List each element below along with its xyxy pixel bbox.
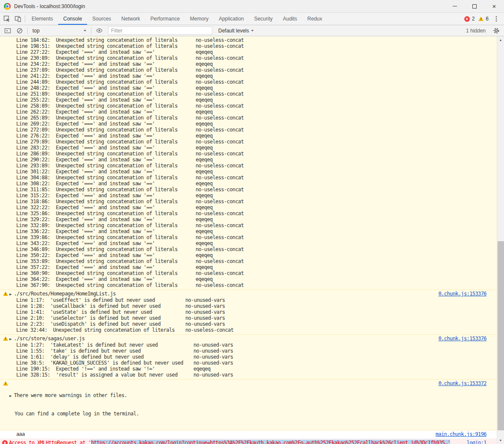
console-log-entry[interactable]: main.chunk.js:9196 aaa bbox=[0, 430, 497, 439]
console-warning-entry[interactable]: Line 184:62: Unexpected string concatena… bbox=[0, 36, 497, 290]
source-link[interactable]: 0.chunk.js:153376 bbox=[438, 336, 486, 342]
tab-audits[interactable]: Audits bbox=[278, 13, 302, 25]
tab-console[interactable]: Console bbox=[58, 13, 87, 25]
context-selector[interactable]: top bbox=[30, 28, 89, 34]
lint-rule: eqeqeq bbox=[196, 240, 213, 246]
console-warning-entry[interactable]: 0.chunk.js:153376▶./src/Routes/Homepage/… bbox=[0, 290, 497, 335]
warning-icon bbox=[3, 336, 8, 341]
lint-rule: eqeqeq bbox=[196, 85, 213, 91]
lint-rule: no-useless-concat bbox=[196, 139, 244, 145]
source-link[interactable]: 0.chunk.js:153376 bbox=[438, 291, 486, 297]
lint-rule: eqeqeq bbox=[196, 73, 213, 79]
lint-message: Line 332:89: Unexpected string concatena… bbox=[16, 222, 196, 228]
lint-warning-line: Line 290:22: Expected '===' and instead … bbox=[3, 157, 486, 163]
warning-badge-icon[interactable] bbox=[478, 17, 483, 21]
error-count[interactable]: 2 bbox=[472, 16, 475, 22]
lint-warning-line: Line 32:44: Unexpected string concatenat… bbox=[3, 327, 486, 333]
cors-error-message: Access to XMLHttpRequest at 'https://acc… bbox=[9, 440, 473, 444]
error-url-link[interactable]: https://accounts.kakao.com/login?continu… bbox=[91, 440, 448, 444]
error-badge-icon[interactable]: × bbox=[464, 16, 470, 22]
lint-message: Line 301:22: Expected '===' and instead … bbox=[16, 169, 196, 175]
device-toolbar-button[interactable] bbox=[12, 14, 23, 24]
lint-warning-line: Line 272:89: Unexpected string concatena… bbox=[3, 127, 486, 133]
lint-message: Line 350:22: Expected '===' and instead … bbox=[16, 252, 196, 258]
lint-warning-line: Line 339:86: Unexpected string concatena… bbox=[3, 234, 486, 240]
lint-message: Line 1:61: 'delay' is defined but never … bbox=[16, 354, 193, 360]
live-expression-button[interactable] bbox=[94, 26, 105, 36]
clear-console-button[interactable] bbox=[14, 26, 25, 36]
console-error-entry[interactable]: login:1 × Access to XMLHttpRequest at 'h… bbox=[0, 439, 497, 444]
lint-rule: eqeqeq bbox=[196, 121, 213, 127]
warning-count[interactable]: 6 bbox=[486, 16, 489, 22]
tab-memory[interactable]: Memory bbox=[185, 13, 214, 25]
filter-input[interactable] bbox=[108, 26, 212, 35]
lint-rule: no-useless-concat bbox=[196, 222, 244, 228]
expand-arrow-icon[interactable]: ▶ bbox=[9, 292, 12, 296]
log-levels-dropdown[interactable]: Default levels bbox=[216, 28, 256, 34]
scroll-down-button[interactable]: ▼ bbox=[497, 437, 504, 444]
tab-security[interactable]: Security bbox=[249, 13, 278, 25]
settings-button[interactable] bbox=[491, 26, 502, 36]
tab-elements[interactable]: Elements bbox=[26, 13, 58, 25]
lint-message: Line 262:22: Expected '===' and instead … bbox=[16, 109, 196, 115]
expand-arrow-icon[interactable]: ▶ bbox=[9, 337, 12, 341]
lint-warning-line: Line 336:22: Expected '===' and instead … bbox=[3, 228, 486, 234]
source-link[interactable]: main.chunk.js:9196 bbox=[436, 431, 486, 437]
tab-network[interactable]: Network bbox=[116, 13, 145, 25]
lint-rule: no-unused-vars bbox=[193, 354, 233, 360]
lint-message: Line 234:22: Expected '===' and instead … bbox=[16, 61, 196, 67]
warning-group-header[interactable]: ▶./src/store/sagas/user.js bbox=[3, 336, 486, 342]
lint-rule: no-useless-concat bbox=[196, 37, 244, 43]
lint-message: Line 357:22: Expected '===' and instead … bbox=[16, 264, 196, 270]
tab-performance[interactable]: Performance bbox=[145, 13, 185, 25]
log-text: aaa bbox=[3, 431, 486, 437]
scrollbar-thumb[interactable] bbox=[498, 241, 504, 430]
tab-application[interactable]: Application bbox=[214, 13, 249, 25]
lint-warning-line: Line 255:22: Expected '===' and instead … bbox=[3, 97, 486, 103]
lint-rule: no-useless-concat bbox=[196, 127, 244, 133]
lint-message: Line 346:89: Unexpected string concatena… bbox=[16, 246, 196, 252]
source-link[interactable]: 0.chunk.js:153372 bbox=[438, 380, 486, 386]
lint-message: Line 329:22: Expected '===' and instead … bbox=[16, 216, 196, 222]
lint-message: Line 336:22: Expected '===' and instead … bbox=[16, 228, 196, 234]
lint-rule: eqeqeq bbox=[196, 97, 213, 103]
close-icon: × bbox=[492, 3, 496, 9]
tab-redux[interactable]: Redux bbox=[302, 13, 328, 25]
lint-message: Line 251:89: Unexpected string concatena… bbox=[16, 91, 196, 97]
lint-rule: no-useless-concat bbox=[196, 246, 244, 252]
window-title: DevTools - localhost:3000/login bbox=[14, 3, 85, 9]
lint-rule: eqeqeq bbox=[196, 216, 213, 222]
lint-warning-line: Line 251:89: Unexpected string concatena… bbox=[3, 91, 486, 97]
lint-warning-line: Line 227:22: Expected '===' and instead … bbox=[3, 49, 486, 55]
scroll-up-button[interactable]: ▲ bbox=[497, 36, 504, 44]
lint-warning-line: Line 1:27: 'takeLatest' is defined but n… bbox=[3, 342, 486, 348]
inspect-cursor-icon bbox=[3, 15, 10, 22]
lint-message: Line 241:22: Expected '===' and instead … bbox=[16, 73, 196, 79]
lint-rule: eqeqeq bbox=[196, 169, 213, 175]
tab-sources[interactable]: Sources bbox=[87, 13, 116, 25]
inspect-element-button[interactable] bbox=[1, 14, 12, 24]
devtools-tabbar: ElementsConsoleSourcesNetworkPerformance… bbox=[0, 13, 504, 25]
lint-rule: eqeqeq bbox=[196, 252, 213, 258]
maximize-button[interactable] bbox=[465, 0, 484, 12]
lint-message: Line 360:90: Unexpected string concatena… bbox=[16, 270, 196, 276]
lint-warning-line: Line 2:10: 'useSelector' is defined but … bbox=[3, 315, 486, 321]
source-link[interactable]: login:1 bbox=[467, 440, 486, 444]
kebab-menu-button[interactable] bbox=[491, 14, 502, 24]
console-scrollbar[interactable]: ▲ ▼ bbox=[497, 36, 504, 444]
minimize-button[interactable] bbox=[445, 0, 465, 12]
lint-message: Line 255:22: Expected '===' and instead … bbox=[16, 97, 196, 103]
warning-group-header[interactable]: ▶./src/Routes/Homepage/HomeImgList.js bbox=[3, 291, 486, 297]
console-sidebar-button[interactable] bbox=[2, 26, 13, 36]
lint-warning-line: Line 198:51: Unexpected string concatena… bbox=[3, 43, 486, 49]
device-toolbar-icon bbox=[15, 15, 21, 22]
gear-icon bbox=[493, 27, 500, 34]
lint-rule: no-unused-vars bbox=[193, 342, 233, 348]
lint-rule: eqeqeq bbox=[193, 366, 211, 372]
expand-arrow-icon[interactable]: ▶ bbox=[9, 394, 12, 398]
close-button[interactable]: × bbox=[484, 0, 504, 12]
lint-message: Line 343:22: Expected '===' and instead … bbox=[16, 240, 196, 246]
console-warning-entry[interactable]: 0.chunk.js:153372 ▶There were more warni… bbox=[0, 380, 497, 430]
lint-message: Line 227:22: Expected '===' and instead … bbox=[16, 49, 196, 55]
console-warning-entry[interactable]: 0.chunk.js:153376▶./src/store/sagas/user… bbox=[0, 335, 497, 380]
